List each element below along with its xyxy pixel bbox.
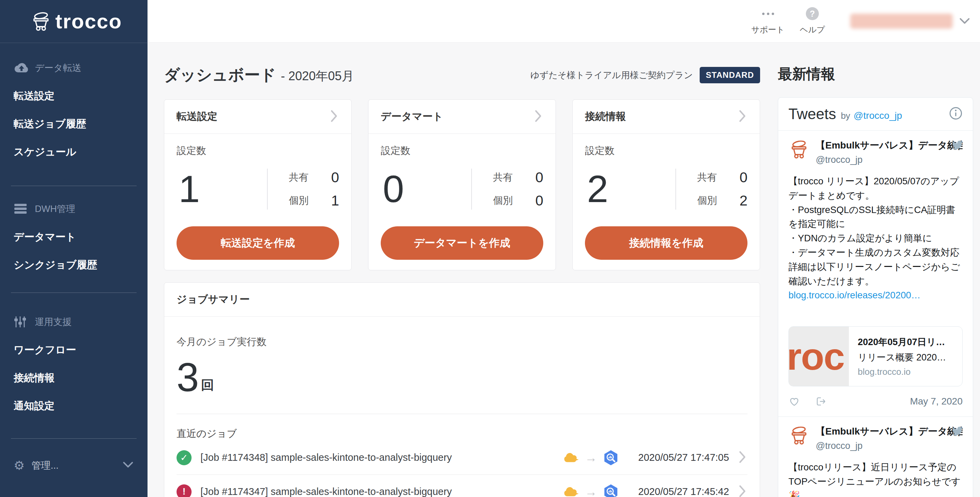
- card-title: 転送設定: [177, 110, 218, 124]
- tweet-link-card[interactable]: roc 2020年05月07日リリースノ… リリース概要 2020年5月7… b…: [788, 326, 963, 386]
- shared-personal-block: 共有0 個別1: [268, 169, 339, 209]
- shared-personal-block: 共有0 個別2: [676, 169, 748, 209]
- personal-value: 2: [740, 192, 748, 209]
- card-header-link[interactable]: 転送設定: [164, 100, 352, 134]
- twitter-bird-icon: [951, 140, 964, 152]
- trocco-avatar[interactable]: [788, 425, 810, 446]
- personal-value: 0: [535, 192, 543, 209]
- tweets-by-label: by: [841, 111, 850, 121]
- link-card-thumbnail: roc: [789, 327, 849, 386]
- plan-label: ゆずたそ様トライアル用様ご契約プラン: [530, 69, 693, 81]
- sidebar-nav: データ転送 転送設定 転送ジョブ履歴 スケジュール DWH管理 データマート シ…: [0, 43, 148, 497]
- job-summary-header: ジョブサマリー: [164, 283, 760, 317]
- trocco-logo[interactable]: trocco: [0, 0, 148, 43]
- trocco-avatar[interactable]: [788, 139, 810, 160]
- chevron-right-icon[interactable]: [737, 109, 748, 124]
- count-row: 1 共有0 個別1: [177, 159, 339, 219]
- chevron-right-icon[interactable]: [737, 484, 748, 497]
- card-transfer-settings: 転送設定 設定数 1 共有0 個別1: [164, 99, 352, 270]
- sidebar-item-connections[interactable]: 接続情報: [0, 364, 148, 392]
- card-body: 設定数 0 共有0 個別0 データマートを作成: [368, 134, 555, 270]
- link-card-title: 2020年05月07日リリースノ…: [858, 336, 953, 348]
- sidebar-section-operations[interactable]: 運用支援: [0, 308, 148, 336]
- plan-badge: STANDARD: [700, 67, 760, 83]
- sidebar-item-schedule[interactable]: スケジュール: [0, 138, 148, 166]
- tweet-header: 【Embulkサーバレス】データ統合Sa @trocco_jp: [788, 139, 963, 165]
- create-connection-button[interactable]: 接続情報を作成: [585, 226, 748, 260]
- link-card-text: 2020年05月07日リリースノ… リリース概要 2020年5月7… blog.…: [849, 327, 962, 386]
- tweet-link[interactable]: blog.trocco.io/releases/20200…: [788, 290, 921, 300]
- question-icon: ?: [806, 7, 819, 20]
- info-icon[interactable]: [949, 106, 963, 122]
- tweet-author-handle[interactable]: @trocco_jp: [816, 155, 963, 165]
- tweets-title: Tweets: [788, 105, 836, 122]
- card-header-link[interactable]: データマート: [368, 100, 555, 134]
- sidebar-item-sync-job-history[interactable]: シンクジョブ履歴: [0, 251, 148, 279]
- main-column: サポート ? ヘルプ ダッシュボード- 2020年05月 ゆずたそ様トライアル用…: [148, 0, 980, 497]
- chevron-right-icon[interactable]: [737, 450, 748, 465]
- account-menu[interactable]: [850, 14, 970, 29]
- monthly-jobs-count: 3 回: [177, 357, 748, 397]
- news-sidebar: 最新情報 Tweets by @trocco_jp: [778, 43, 973, 497]
- dashboard-main: ダッシュボード- 2020年05月 ゆずたそ様トライアル用様ご契約プラン STA…: [164, 43, 760, 497]
- job-row[interactable]: ! [Job #1174347] sample-sales-kintone-to…: [177, 475, 748, 497]
- sidebar-item-notifications[interactable]: 通知設定: [0, 392, 148, 420]
- card-header-link[interactable]: 接続情報: [573, 100, 760, 134]
- personal-label: 個別: [493, 194, 526, 208]
- card-title: データマート: [381, 110, 443, 124]
- sidebar-section-label: 運用支援: [35, 316, 72, 328]
- brand-name: trocco: [55, 10, 122, 33]
- shared-value: 0: [331, 169, 339, 186]
- divider: [177, 414, 748, 414]
- job-connector-icons: →: [563, 449, 619, 466]
- support-button[interactable]: サポート: [746, 7, 790, 35]
- sidebar-item-transfer-settings[interactable]: 転送設定: [0, 82, 148, 110]
- like-icon[interactable]: [788, 396, 800, 407]
- sidebar: trocco データ転送 転送設定 転送ジョブ履歴 スケジュール DWH管理 デ…: [0, 0, 148, 497]
- share-icon[interactable]: [815, 396, 827, 407]
- page-title: ダッシュボード- 2020年05月: [164, 65, 354, 86]
- job-row[interactable]: ✓ [Job #1174348] sample-sales-kintone-to…: [177, 441, 748, 475]
- tweet: 【Embulkサーバレス】データ統合Sa @trocco_jp 【troccoリ…: [778, 416, 973, 497]
- sliders-icon: [14, 315, 29, 329]
- sidebar-divider: [11, 186, 137, 186]
- tweet-author-block: 【Embulkサーバレス】データ統合Sa @trocco_jp: [816, 139, 963, 165]
- help-button[interactable]: ? ヘルプ: [790, 7, 835, 35]
- tweet-author-handle[interactable]: @trocco_jp: [816, 441, 963, 451]
- chevron-right-icon[interactable]: [329, 109, 339, 124]
- sidebar-section-label: データ転送: [35, 62, 81, 74]
- sidebar-admin-label: 管理...: [32, 459, 58, 472]
- tweet-author-name[interactable]: 【Embulkサーバレス】データ統合Sa: [816, 139, 963, 152]
- tweet-author-name[interactable]: 【Embulkサーバレス】データ統合Sa: [816, 425, 963, 438]
- job-name: [Job #1174347] sample-sales-kintone-to-a…: [200, 486, 452, 497]
- card-body: 設定数 2 共有0 個別2 接続情報を作成: [573, 134, 760, 270]
- sidebar-item-transfer-job-history[interactable]: 転送ジョブ履歴: [0, 110, 148, 138]
- success-status-icon: ✓: [177, 450, 192, 465]
- count-value: 1: [177, 170, 267, 208]
- chevron-right-icon[interactable]: [533, 109, 543, 124]
- tweet-body: 【trocco リリース】2020/05/07のアップデートまとめです。 ・Po…: [788, 174, 963, 302]
- bigquery-icon: [603, 484, 619, 497]
- help-label: ヘルプ: [800, 24, 825, 35]
- kintone-icon: [563, 485, 579, 497]
- count-label: 設定数: [381, 144, 543, 158]
- count-value: 2: [585, 170, 675, 208]
- account-email-redacted: [850, 14, 953, 29]
- count-value: 0: [381, 170, 471, 208]
- sidebar-section-dwh[interactable]: DWH管理: [0, 195, 148, 223]
- sidebar-section-data-transfer[interactable]: データ転送: [0, 54, 148, 82]
- tweet-date[interactable]: May 7, 2020: [910, 396, 963, 407]
- create-datamart-button[interactable]: データマートを作成: [381, 226, 543, 260]
- create-transfer-setting-button[interactable]: 転送設定を作成: [177, 226, 339, 260]
- shared-value: 0: [740, 169, 748, 186]
- kintone-icon: [563, 451, 579, 465]
- server-list-icon: [14, 202, 29, 215]
- tweet-footer: May 7, 2020: [788, 396, 963, 407]
- card-body: 設定数 1 共有0 個別1 転送設定を作成: [164, 134, 352, 270]
- error-status-icon: !: [177, 484, 192, 497]
- sidebar-item-admin[interactable]: ⚙ 管理...: [0, 452, 148, 480]
- trocco-jp-handle-link[interactable]: @trocco_jp: [854, 110, 902, 121]
- card-connections: 接続情報 設定数 2 共有0 個別2: [572, 99, 760, 270]
- sidebar-item-datamart[interactable]: データマート: [0, 223, 148, 251]
- sidebar-item-workflow[interactable]: ワークフロー: [0, 336, 148, 364]
